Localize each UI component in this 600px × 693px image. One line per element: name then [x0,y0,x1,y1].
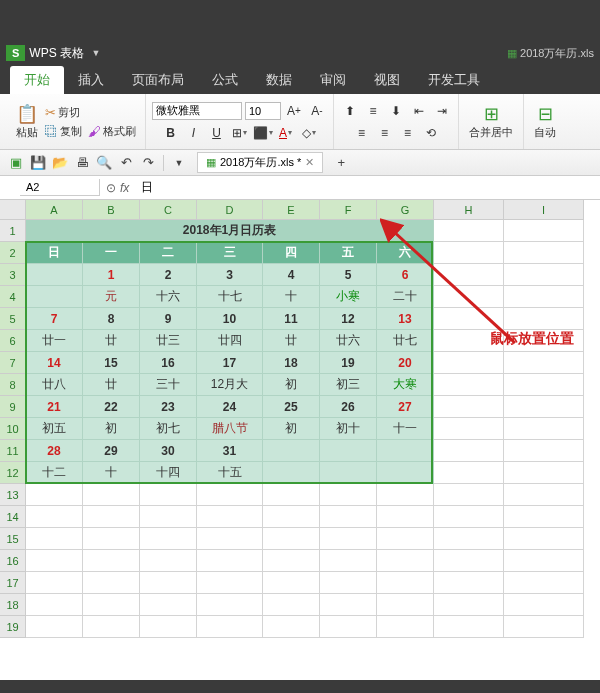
cell[interactable] [26,264,83,286]
fx-cancel-button[interactable]: ⊙ [106,181,116,195]
cell[interactable]: 30 [140,440,197,462]
align-middle-button[interactable]: ≡ [363,101,383,121]
cell[interactable] [434,616,504,638]
cell[interactable]: 29 [83,440,140,462]
col-header-f[interactable]: F [320,200,377,220]
row-header[interactable]: 11 [0,440,26,462]
open-button[interactable]: 📂 [50,153,70,173]
cell[interactable] [504,396,584,418]
font-color-button[interactable]: A▾ [276,123,296,143]
fx-label[interactable]: fx [120,181,129,195]
cell[interactable] [83,506,140,528]
cell[interactable] [504,418,584,440]
decrease-font-button[interactable]: A- [307,101,327,121]
col-header-h[interactable]: H [434,200,504,220]
cell[interactable] [377,484,434,506]
print-button[interactable]: 🖶 [72,153,92,173]
cell[interactable] [26,616,83,638]
cell[interactable]: 廿四 [197,330,263,352]
cell[interactable]: 十 [83,462,140,484]
print-preview-button[interactable]: 🔍 [94,153,114,173]
cell[interactable] [320,528,377,550]
cell[interactable]: 4 [263,264,320,286]
cell[interactable]: 初 [263,374,320,396]
cell[interactable] [504,308,584,330]
indent-left-button[interactable]: ⇤ [409,101,429,121]
title-dropdown-icon[interactable]: ▼ [88,45,104,61]
cell[interactable] [83,594,140,616]
cell[interactable]: 11 [263,308,320,330]
weekday-header[interactable]: 一 [83,242,140,264]
orientation-button[interactable]: ⟲ [421,123,441,143]
row-header[interactable]: 12 [0,462,26,484]
select-all-corner[interactable] [0,200,26,220]
cell[interactable] [26,286,83,308]
document-tab[interactable]: ▦ 2018万年历.xls * ✕ [197,152,323,173]
cell[interactable] [197,550,263,572]
col-header-a[interactable]: A [26,200,83,220]
cell[interactable] [26,550,83,572]
cell[interactable]: 16 [140,352,197,374]
cell[interactable] [377,550,434,572]
qat-dropdown[interactable]: ▼ [169,153,189,173]
cell[interactable]: 14 [26,352,83,374]
col-header-g[interactable]: G [377,200,434,220]
row-header[interactable]: 9 [0,396,26,418]
cell[interactable]: 初三 [320,374,377,396]
cell[interactable]: 初 [263,418,320,440]
cell[interactable]: 6 [377,264,434,286]
row-header[interactable]: 14 [0,506,26,528]
cell[interactable] [434,528,504,550]
cell[interactable] [504,616,584,638]
cell[interactable]: 27 [377,396,434,418]
cell[interactable]: 腊八节 [197,418,263,440]
increase-font-button[interactable]: A+ [284,101,304,121]
col-header-c[interactable]: C [140,200,197,220]
cell[interactable] [434,220,504,242]
format-painter-button[interactable]: 🖌 格式刷 [85,122,139,141]
bold-button[interactable]: B [161,123,181,143]
cell[interactable] [377,528,434,550]
cell[interactable] [504,506,584,528]
cell[interactable]: 廿三 [140,330,197,352]
cell[interactable]: 十 [263,286,320,308]
cell-grid[interactable]: 2018年1月日历表日一二三四五六123456元十六十七十小寒二十7891011… [26,220,584,638]
clear-format-button[interactable]: ◇▾ [299,123,319,143]
menu-formula[interactable]: 公式 [198,66,252,94]
cell[interactable] [320,440,377,462]
row-header[interactable]: 19 [0,616,26,638]
align-top-button[interactable]: ⬆ [340,101,360,121]
column-headers[interactable]: A B C D E F G H I [26,200,584,220]
cell[interactable]: 廿八 [26,374,83,396]
row-header[interactable]: 7 [0,352,26,374]
menu-page-layout[interactable]: 页面布局 [118,66,198,94]
cell[interactable]: 初五 [26,418,83,440]
cell[interactable] [504,462,584,484]
cell[interactable] [434,550,504,572]
cell[interactable] [504,572,584,594]
cell[interactable]: 廿 [263,330,320,352]
cell[interactable] [197,594,263,616]
auto-wrap-button[interactable]: ⊟ 自动 [530,101,560,142]
cell[interactable]: 12 [320,308,377,330]
cell[interactable] [504,594,584,616]
cell[interactable]: 大寒 [377,374,434,396]
cell[interactable]: 26 [320,396,377,418]
border-button[interactable]: ⊞▾ [230,123,250,143]
cell[interactable]: 2 [140,264,197,286]
cell[interactable] [140,506,197,528]
redo-button[interactable]: ↷ [138,153,158,173]
row-header[interactable]: 5 [0,308,26,330]
cell[interactable] [140,484,197,506]
row-header[interactable]: 13 [0,484,26,506]
cell[interactable] [320,594,377,616]
cell[interactable] [377,462,434,484]
cell[interactable] [83,572,140,594]
cell[interactable] [377,506,434,528]
cell[interactable] [320,506,377,528]
italic-button[interactable]: I [184,123,204,143]
row-header[interactable]: 4 [0,286,26,308]
col-header-e[interactable]: E [263,200,320,220]
cell[interactable]: 廿六 [320,330,377,352]
cell[interactable] [140,572,197,594]
